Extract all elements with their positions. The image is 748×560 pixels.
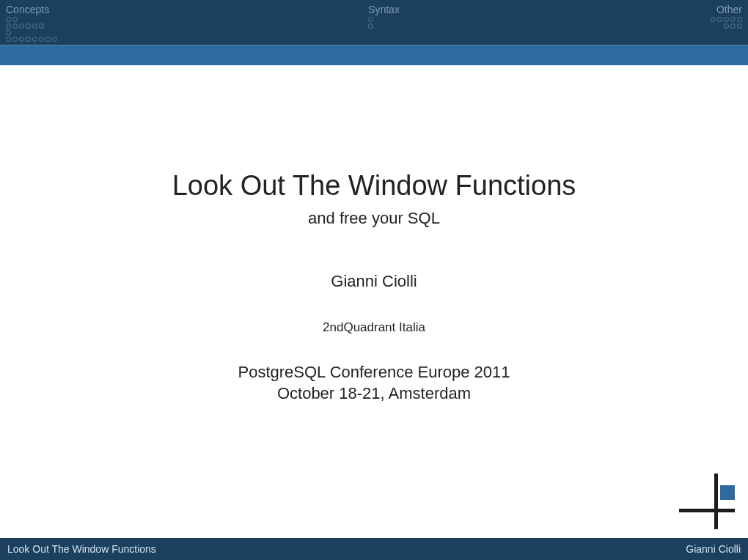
nav-progress-row [711,17,742,22]
progress-dot-icon[interactable] [12,37,18,42]
progress-dot-icon[interactable] [26,23,31,29]
progress-dot-icon[interactable] [26,37,31,42]
nav-section-label[interactable]: Concepts [6,4,49,15]
nav-section[interactable]: Concepts [6,4,57,42]
progress-dot-icon[interactable] [368,17,373,22]
progress-dot-icon[interactable] [32,37,37,42]
nav-progress-row [724,23,742,29]
progress-dot-icon[interactable] [6,17,11,22]
author-name: Gianni Ciolli [331,272,417,291]
nav-section-label[interactable]: Syntax [368,4,400,15]
conference-line: PostgreSQL Conference Europe 2011 [238,361,510,383]
nav-progress-row [368,17,373,22]
conference-info: PostgreSQL Conference Europe 2011 Octobe… [238,361,510,405]
nav-section-label[interactable]: Other [716,4,742,15]
nav-section[interactable]: Syntax [368,4,400,42]
talk-title: Look Out The Window Functions [172,170,576,202]
progress-dot-icon[interactable] [39,23,44,29]
nav-progress-row [6,23,44,29]
slide: ConceptsSyntaxOther Look Out The Window … [0,0,748,560]
footer-author: Gianni Ciolli [686,543,741,555]
progress-dot-icon[interactable] [6,30,11,35]
nav-section[interactable]: Other [711,4,742,42]
progress-dot-icon[interactable] [39,37,44,42]
affiliation: 2ndQuadrant Italia [323,320,425,335]
progress-dot-icon[interactable] [19,23,24,29]
progress-dot-icon[interactable] [737,17,742,22]
progress-dot-icon[interactable] [711,17,716,22]
section-nav: ConceptsSyntaxOther [0,0,748,45]
nav-progress-row [6,30,11,35]
progress-dot-icon[interactable] [6,23,11,29]
accent-bar [0,45,748,65]
slide-footer: Look Out The Window Functions Gianni Cio… [0,538,748,560]
progress-dot-icon[interactable] [737,23,742,29]
progress-dot-icon[interactable] [724,17,729,22]
nav-progress-row [6,37,57,42]
conference-line: October 18-21, Amsterdam [238,383,510,405]
progress-dot-icon[interactable] [717,17,722,22]
slide-body: Look Out The Window Functions and free y… [0,65,748,538]
progress-dot-icon[interactable] [12,23,18,29]
nav-progress-row [368,23,373,29]
talk-subtitle: and free your SQL [308,209,440,228]
nav-progress-row [6,17,18,22]
progress-dot-icon[interactable] [730,23,736,29]
footer-title: Look Out The Window Functions [7,543,156,555]
company-logo [679,474,735,529]
progress-dot-icon[interactable] [12,17,18,22]
progress-dot-icon[interactable] [6,37,11,42]
progress-dot-icon[interactable] [52,37,57,42]
progress-dot-icon[interactable] [730,17,736,22]
progress-dot-icon[interactable] [32,23,37,29]
progress-dot-icon[interactable] [724,23,729,29]
progress-dot-icon[interactable] [45,37,51,42]
progress-dot-icon[interactable] [19,37,24,42]
progress-dot-icon[interactable] [368,23,373,29]
